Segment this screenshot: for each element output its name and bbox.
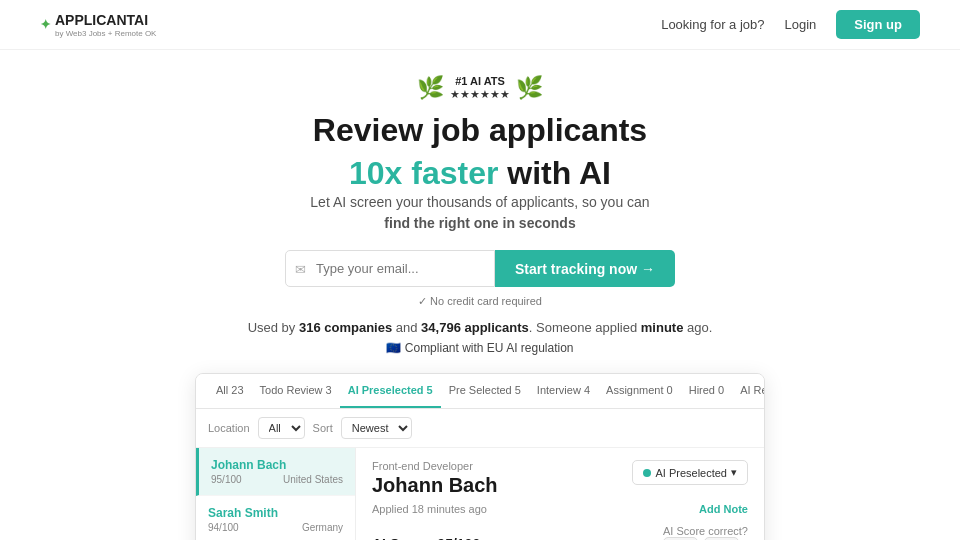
score-row: AI Score: 95/100 AI Score correct? 👍 👎 — [372, 525, 748, 540]
chevron-down-icon: ▾ — [731, 466, 737, 479]
logo-text: APPLICANTAI — [55, 12, 148, 28]
badge-label: AI Preselected — [655, 467, 727, 479]
logo: ✦ APPLICANTAI by Web3 Jobs + Remote OK — [40, 11, 156, 38]
candidate-detail: Front-end Developer Johann Bach AI Prese… — [356, 448, 764, 540]
ai-score-text: AI Score: 95/100 — [372, 536, 480, 540]
navbar: ✦ APPLICANTAI by Web3 Jobs + Remote OK L… — [0, 0, 960, 50]
candidates-list: Johann Bach 95/100 United States Sarah S… — [196, 448, 356, 540]
candidate-score: 95/100 — [211, 474, 242, 485]
add-note-button[interactable]: Add Note — [699, 503, 748, 515]
location-label: Location — [208, 422, 250, 434]
hero-title-line2: 10x faster with AI — [20, 154, 940, 192]
email-icon: ✉ — [295, 261, 306, 276]
tab-ai-preselected[interactable]: AI Preselected 5 — [340, 374, 441, 408]
hero-title-line1: Review job applicants — [20, 111, 940, 149]
award-stars: ★★★★★★ — [450, 88, 510, 101]
start-tracking-button[interactable]: Start tracking now → — [495, 250, 675, 287]
badge-dot-icon — [643, 469, 651, 477]
looking-for-job-link[interactable]: Looking for a job? — [661, 17, 764, 32]
eu-compliance-badge: 🇪🇺 Compliant with EU AI regulation — [20, 341, 940, 355]
candidate-role: Front-end Developer — [372, 460, 498, 472]
candidate-score: 94/100 — [208, 522, 239, 533]
tab-todo[interactable]: Todo Review 3 — [252, 374, 340, 408]
list-item[interactable]: Sarah Smith 94/100 Germany — [196, 496, 355, 540]
tab-assignment[interactable]: Assignment 0 — [598, 374, 681, 408]
app-tabs: All 23 Todo Review 3 AI Preselected 5 Pr… — [196, 374, 764, 409]
award-badge: 🌿 #1 AI ATS ★★★★★★ 🌿 — [20, 74, 940, 101]
hero-section: 🌿 #1 AI ATS ★★★★★★ 🌿 Review job applican… — [0, 50, 960, 367]
ai-preselected-badge-button[interactable]: AI Preselected ▾ — [632, 460, 748, 485]
tab-all[interactable]: All 23 — [208, 374, 252, 408]
list-item[interactable]: Johann Bach 95/100 United States — [196, 448, 355, 496]
award-label: #1 AI ATS — [450, 74, 510, 88]
signup-button[interactable]: Sign up — [836, 10, 920, 39]
nav-links: Looking for a job? Login Sign up — [661, 10, 920, 39]
app-content: Johann Bach 95/100 United States Sarah S… — [196, 448, 764, 540]
social-proof-text: Used by 316 companies and 34,796 applica… — [20, 320, 940, 335]
tab-interview[interactable]: Interview 4 — [529, 374, 598, 408]
applied-info: Applied 18 minutes ago Add Note — [372, 503, 748, 515]
no-credit-card-text: ✓ No credit card required — [20, 295, 940, 308]
app-screenshot: All 23 Todo Review 3 AI Preselected 5 Pr… — [195, 373, 765, 540]
email-input[interactable] — [285, 250, 495, 287]
login-link[interactable]: Login — [785, 17, 817, 32]
tab-pre-selected[interactable]: Pre Selected 5 — [441, 374, 529, 408]
app-filters: Location All Sort Newest — [196, 409, 764, 448]
candidate-detail-name: Johann Bach — [372, 474, 498, 497]
logo-sub: by Web3 Jobs + Remote OK — [55, 29, 156, 38]
sort-label: Sort — [313, 422, 333, 434]
laurel-right-icon: 🌿 — [516, 75, 543, 101]
hero-subtitle: Let AI screen your thousands of applican… — [20, 192, 940, 234]
laurel-left-icon: 🌿 — [417, 75, 444, 101]
candidate-name: Johann Bach — [211, 458, 343, 472]
tab-hired[interactable]: Hired 0 — [681, 374, 732, 408]
cta-form: ✉ Start tracking now → — [20, 250, 940, 287]
candidate-location: United States — [283, 474, 343, 485]
email-input-wrap: ✉ — [285, 250, 495, 287]
location-select[interactable]: All — [258, 417, 305, 439]
logo-icon: ✦ — [40, 17, 51, 32]
sort-select[interactable]: Newest — [341, 417, 412, 439]
candidate-location: Germany — [302, 522, 343, 533]
tab-ai-rejected[interactable]: AI Rejected 83 — [732, 374, 765, 408]
candidate-name: Sarah Smith — [208, 506, 343, 520]
ai-score-correct-label: AI Score correct? — [663, 525, 748, 537]
